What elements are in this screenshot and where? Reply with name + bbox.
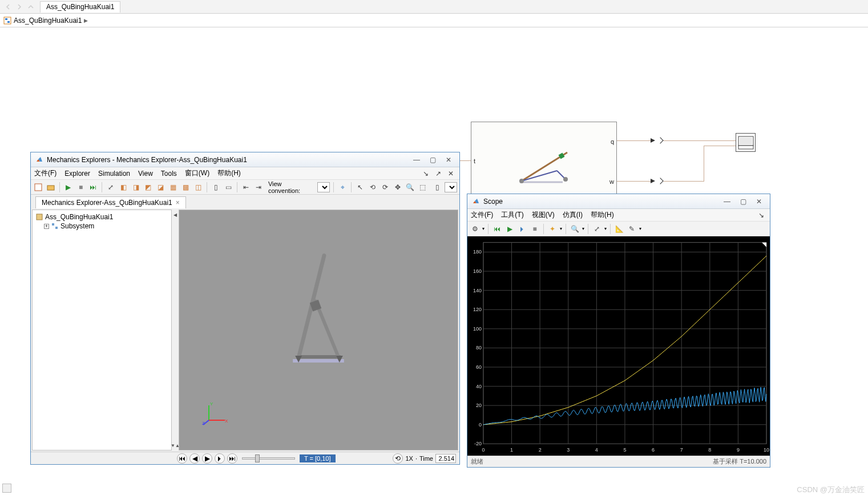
scope-titlebar[interactable]: Scope — ▢ ✕ <box>467 194 770 209</box>
menu-simulation[interactable]: Simulation <box>98 170 130 178</box>
subsystem-block[interactable]: t q w <box>471 122 617 202</box>
undock-icon[interactable]: ↗ <box>433 168 443 179</box>
svg-rect-14 <box>47 186 54 190</box>
tb-camera-icon[interactable]: ⌖ <box>337 182 348 192</box>
svg-text:Y: Y <box>210 401 213 407</box>
svg-rect-12 <box>738 146 753 149</box>
tree-subsystem-icon <box>51 223 58 230</box>
tb-stepback-icon[interactable]: ⏮ <box>492 224 502 234</box>
tb-split2-icon[interactable]: ▭ <box>223 182 233 192</box>
time-input[interactable] <box>435 454 456 463</box>
tb-open-icon[interactable] <box>46 182 56 192</box>
tb-highlight-icon[interactable]: ✦ <box>547 224 558 234</box>
tb-cube1-icon[interactable]: ◧ <box>118 182 128 192</box>
tree-expand-icon[interactable]: + <box>44 224 49 229</box>
dock-icon[interactable]: ↘ <box>421 168 431 179</box>
bottom-tab-icon[interactable] <box>2 484 11 493</box>
scope-block[interactable] <box>736 133 756 152</box>
tb-pan-icon[interactable]: ✥ <box>393 182 403 192</box>
tb-cube4-icon[interactable]: ◪ <box>156 182 166 192</box>
nav-fwd-icon[interactable] <box>15 2 24 11</box>
tb-arrow-left-icon[interactable]: ⇤ <box>241 182 251 192</box>
tb-cube3-icon[interactable]: ◩ <box>143 182 154 192</box>
minimize-icon[interactable]: — <box>413 156 421 164</box>
menu-simulation[interactable]: 仿真(I) <box>563 210 583 220</box>
menu-tools[interactable]: 工具(T) <box>501 210 523 220</box>
undock-icon[interactable]: ↘ <box>756 210 766 220</box>
tb-roll-icon[interactable]: ⟳ <box>380 182 390 192</box>
menu-view[interactable]: View <box>138 170 153 178</box>
me-tab[interactable]: Mechanics Explorer-Ass_QuBingHuaKuai1 × <box>35 196 186 208</box>
tb-layout-select[interactable] <box>445 182 457 192</box>
time-range-badge: T = [0,10] <box>300 454 336 462</box>
pb-prev-icon[interactable]: ◀ <box>189 453 200 464</box>
tree-root-item[interactable]: Ass_QuBingHuaKuai1 <box>35 212 169 222</box>
scope-window[interactable]: Scope — ▢ ✕ 文件(F) 工具(T) 视图(V) 仿真(I) 帮助(H… <box>467 194 770 468</box>
pb-next-icon[interactable]: ⏵ <box>215 453 225 464</box>
menu-help[interactable]: 帮助(H) <box>217 168 241 178</box>
tb-cube2-icon[interactable]: ◨ <box>131 182 141 192</box>
tb-fit-icon[interactable]: ⤢ <box>106 182 116 192</box>
menu-file[interactable]: 文件(F) <box>34 168 56 178</box>
tb-autoscale-icon[interactable]: ⤢ <box>592 224 602 234</box>
tb-run-icon[interactable]: ▶ <box>504 224 515 234</box>
port-label-q: q <box>611 138 614 145</box>
pb-play-icon[interactable]: ▶ <box>202 453 212 464</box>
svg-text:-20: -20 <box>474 441 482 446</box>
speed-label[interactable]: 1X <box>405 455 413 462</box>
tree-child-item[interactable]: + Subsystem <box>35 222 169 231</box>
menu-file[interactable]: 文件(F) <box>471 210 493 220</box>
splitter-expand-icon[interactable]: ▼▲ <box>173 442 177 448</box>
tb-zoom-icon[interactable]: 🔍 <box>570 224 580 234</box>
menu-window[interactable]: 窗口(W) <box>185 168 209 178</box>
close-icon[interactable]: ✕ <box>445 156 453 164</box>
tb-split1-icon[interactable]: ▯ <box>211 182 221 192</box>
time-slider[interactable] <box>242 454 295 462</box>
pb-first-icon[interactable]: ⏮ <box>177 453 187 464</box>
tb-cube5-icon[interactable]: ▦ <box>168 182 179 192</box>
tb-stop-icon[interactable]: ■ <box>530 224 540 234</box>
nav-up-icon[interactable] <box>26 2 35 11</box>
menu-help[interactable]: 帮助(H) <box>591 210 614 220</box>
model-tab[interactable]: Ass_QuBingHuaKuai1 <box>40 1 120 13</box>
tb-pointer-icon[interactable]: ↖ <box>355 182 365 192</box>
tb-newmodel-icon[interactable] <box>33 182 43 192</box>
minimize-icon[interactable]: — <box>723 198 731 206</box>
maximize-icon[interactable]: ▢ <box>429 156 437 164</box>
svg-rect-2 <box>7 21 10 23</box>
tb-cube6-icon[interactable]: ▩ <box>181 182 191 192</box>
tb-measure-icon[interactable]: 📐 <box>614 224 624 234</box>
splitter-collapse-icon[interactable]: ◀ <box>173 212 177 218</box>
3d-viewport[interactable]: Y X Z <box>179 210 458 450</box>
tb-settings-icon[interactable]: ⚙ <box>470 224 480 234</box>
scope-plot[interactable]: 012345678910-20020406080100120140160180 <box>467 236 770 456</box>
nav-back-icon[interactable] <box>3 2 13 11</box>
maximize-icon[interactable]: ▢ <box>739 198 747 206</box>
tb-layout-icon[interactable]: ▯ <box>432 182 442 192</box>
tb-stepfwd-icon[interactable]: ⏵ <box>517 224 527 234</box>
menu-view[interactable]: 视图(V) <box>532 210 555 220</box>
tb-arrow-right-icon[interactable]: ⇥ <box>253 182 264 192</box>
close-icon[interactable]: ✕ <box>755 198 763 206</box>
me-titlebar[interactable]: Mechanics Explorers - Mechanics Explorer… <box>31 152 459 167</box>
breadcrumb-item[interactable]: Ass_QuBingHuaKuai1 <box>14 17 82 25</box>
mechanics-explorer-window[interactable]: Mechanics Explorers - Mechanics Explorer… <box>30 152 460 465</box>
close-panel-icon[interactable]: ✕ <box>446 168 456 179</box>
tb-stop-icon[interactable]: ■ <box>76 182 86 192</box>
menu-explorer[interactable]: Explorer <box>64 170 90 178</box>
splitter[interactable]: ◀ ▼▲ <box>173 208 177 452</box>
tb-rotate-icon[interactable]: ⟲ <box>368 182 378 192</box>
pb-last-icon[interactable]: ⏭ <box>227 453 237 464</box>
pb-loop-icon[interactable]: ⟲ <box>393 453 403 464</box>
model-tree[interactable]: Ass_QuBingHuaKuai1 + Subsystem <box>32 210 172 450</box>
tb-step-icon[interactable]: ⏭ <box>88 182 99 192</box>
tb-cursor-icon[interactable]: ✎ <box>627 224 637 234</box>
tb-cube7-icon[interactable]: ◫ <box>193 182 204 192</box>
view-convention-select[interactable] <box>317 182 330 192</box>
tb-zoomregion-icon[interactable]: ⬚ <box>417 182 427 192</box>
menu-tools[interactable]: Tools <box>161 170 177 178</box>
tb-zoom-icon[interactable]: 🔍 <box>405 182 415 192</box>
tab-close-icon[interactable]: × <box>176 199 180 207</box>
tb-play-icon[interactable]: ▶ <box>63 182 74 192</box>
svg-text:20: 20 <box>476 403 482 408</box>
